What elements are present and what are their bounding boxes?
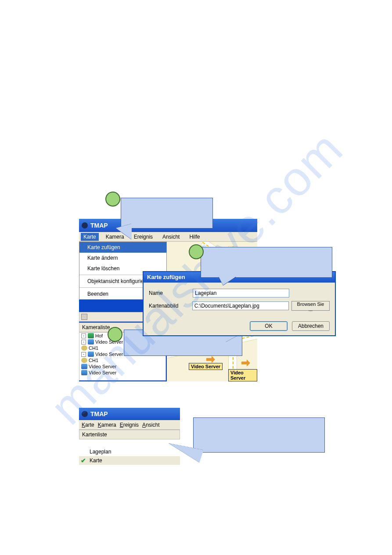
menu-kamera[interactable]: Kamera xyxy=(98,422,116,428)
callout-box xyxy=(121,198,213,229)
camera-icon[interactable] xyxy=(206,356,215,363)
kartenliste-header: Kartenliste xyxy=(79,430,180,439)
step-badge xyxy=(105,192,120,207)
tree-node[interactable]: Video Server xyxy=(79,363,165,370)
tree-label: CH1 xyxy=(89,358,98,363)
tree-label: CH1 xyxy=(89,345,98,351)
collapse-icon[interactable]: - xyxy=(81,340,86,345)
server-icon xyxy=(88,339,94,345)
ok-button[interactable]: OK xyxy=(250,321,288,331)
collapse-icon[interactable]: - xyxy=(81,352,86,357)
menu-bar: Karte Kamera Ereignis Ansicht xyxy=(79,420,180,430)
server-icon xyxy=(88,352,94,357)
kartenabbild-field[interactable] xyxy=(192,301,289,310)
menu-karte[interactable]: Karte xyxy=(82,422,94,428)
database-icon xyxy=(88,333,94,338)
menu-hilfe[interactable]: Hilfe xyxy=(187,233,202,241)
name-label: Name xyxy=(149,290,193,296)
camera-icon[interactable] xyxy=(241,359,250,366)
collapse-icon[interactable]: - xyxy=(81,334,86,338)
tree-node[interactable]: Video Server xyxy=(79,370,165,376)
cancel-button[interactable]: Abbrechen xyxy=(292,321,330,331)
title-bar: TMAP xyxy=(79,408,180,420)
kartenabbild-label: Kartenabbild xyxy=(149,303,192,309)
channel-icon xyxy=(81,358,87,363)
callout-box xyxy=(193,417,325,453)
callout-tail xyxy=(116,224,132,239)
menu-ereignis[interactable]: Ereignis xyxy=(120,422,139,428)
tree-label: Video Server xyxy=(89,364,116,369)
callout-tail xyxy=(219,276,236,285)
menu-bar: Karte Kamera Ereignis Ansicht Hilfe xyxy=(79,232,257,242)
app-icon xyxy=(82,222,88,229)
scroll-left-icon[interactable] xyxy=(81,314,87,320)
name-field[interactable] xyxy=(193,289,289,297)
map-marker-label[interactable]: Video Server xyxy=(189,363,223,370)
list-item[interactable]: ✔ Karte xyxy=(79,456,180,465)
karte-zufuegen-dialog: Karte zufügen Name Kartenabbild Browsen … xyxy=(143,271,336,336)
list-item-label: Karte xyxy=(90,457,102,464)
browse-button[interactable]: Browsen Sie ... xyxy=(291,301,330,311)
window-title: TMAP xyxy=(90,410,108,417)
karten-list: Lageplan ✔ Karte xyxy=(79,439,180,492)
step-badge xyxy=(108,327,122,342)
check-icon: ✔ xyxy=(81,457,86,464)
server-icon xyxy=(81,364,87,369)
menu-item-karte-zufuegen[interactable]: Karte zufügen xyxy=(79,242,166,253)
app-icon xyxy=(82,411,88,417)
tmap-kartenliste-window: TMAP Karte Kamera Ereignis Ansicht Karte… xyxy=(79,408,180,496)
tree-leaf[interactable]: CH1 xyxy=(79,357,165,363)
window-title: TMAP xyxy=(90,222,108,229)
list-item[interactable]: Lageplan xyxy=(79,447,180,456)
menu-ansicht[interactable]: Ansicht xyxy=(142,422,159,428)
map-marker-label[interactable]: Video Server xyxy=(228,369,257,381)
server-icon xyxy=(81,370,87,375)
callout-box xyxy=(201,247,332,278)
tree-label: Hof xyxy=(95,333,103,338)
menu-karte[interactable]: Karte xyxy=(81,233,99,241)
list-item-label: Lageplan xyxy=(90,449,111,455)
menu-ereignis[interactable]: Ereignis xyxy=(131,233,155,241)
tree-label: Video Server xyxy=(89,370,116,375)
tree-label: Video Server xyxy=(95,352,123,357)
menu-ansicht[interactable]: Ansicht xyxy=(160,233,182,241)
channel-icon xyxy=(81,345,87,351)
step-badge xyxy=(189,244,204,259)
menu-item-karte-aendern[interactable]: Karte ändern xyxy=(79,253,166,263)
